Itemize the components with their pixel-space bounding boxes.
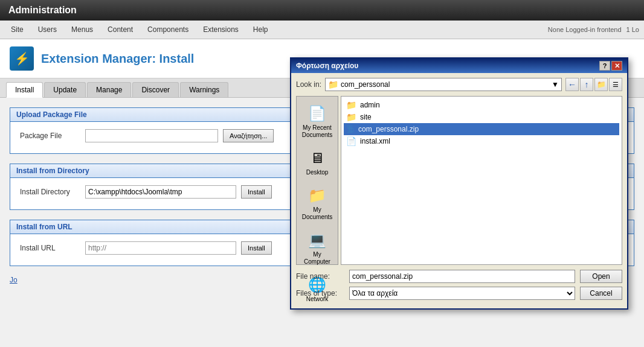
folder-icon-site: 📁 [346,112,356,122]
sidebar-desktop[interactable]: 🖥 Desktop [299,146,335,179]
file-name-xml: instal.xml [360,137,390,145]
browse-button[interactable]: Αναζήτηση... [223,129,274,142]
file-name-label: File name: [296,272,344,281]
my-documents-label: My Documents [301,206,333,221]
dialog-bottom: File name: Open Files of type: Όλα τα αρ… [296,270,622,300]
tab-warnings[interactable]: Warnings [180,82,228,97]
title-bar: Administration [0,0,644,21]
open-button[interactable]: Open [580,270,622,283]
view-menu-icon: ☰ [613,81,619,89]
file-item-admin[interactable]: 📁 admin [344,99,619,111]
nav-up-button[interactable]: ↑ [580,78,593,91]
nav-help[interactable]: Help [247,23,274,36]
package-file-label: Package File [20,132,80,140]
nav-users[interactable]: Users [32,23,63,36]
nav-content[interactable]: Content [101,23,139,36]
url-install-button[interactable]: Install [241,241,272,255]
nav-menus[interactable]: Menus [65,23,99,36]
url-input[interactable] [85,241,236,255]
file-item-zip[interactable]: 🗜 com_perssonal.zip [344,123,619,135]
dialog-sidebar: 📄 My Recent Documents 🖥 Desktop 📁 My Doc… [296,96,338,265]
back-icon: ← [568,80,576,89]
my-computer-label: My Computer [301,251,333,266]
dropdown-arrow-icon: ▼ [552,80,559,89]
directory-install-button[interactable]: Install [241,185,272,199]
dialog-title-bar: Φόρτωση αρχείου ? ✕ [291,59,627,73]
package-file-input[interactable] [85,129,218,142]
zip-icon: 🗜 [346,124,355,134]
file-name-site: site [360,113,372,121]
file-name-input[interactable] [349,270,575,283]
tab-update[interactable]: Update [44,82,86,97]
tab-manage[interactable]: Manage [87,82,131,97]
sidebar-my-documents[interactable]: 📁 My Documents [299,183,335,223]
file-item-xml[interactable]: 📄 instal.xml [344,135,619,147]
page-icon: ⚡ [10,46,34,71]
tab-discover[interactable]: Discover [132,82,179,97]
look-in-row: Look in: 📁 com_perssonal ▼ ← ↑ [296,78,622,91]
xml-icon: 📄 [346,136,356,146]
my-computer-icon: 💻 [308,231,327,250]
nav-site[interactable]: Site [5,23,30,36]
nav-components[interactable]: Components [141,23,195,36]
nav-right: None Logged-in frontend 1 Lo [548,26,639,33]
desktop-icon: 🖥 [308,148,327,168]
sidebar-my-computer[interactable]: 💻 My Computer [299,228,335,268]
dialog-main: 📄 My Recent Documents 🖥 Desktop 📁 My Doc… [296,96,622,265]
main-content: ⚡ Extension Manager: Install Install Upd… [0,39,644,347]
directory-input[interactable] [85,185,236,199]
user-status: None Logged-in frontend [548,26,622,33]
toolbar-icons: ← ↑ 📁 ☰ [565,78,622,91]
user-count: 1 Lo [626,26,639,33]
recent-docs-icon: 📄 [308,104,327,123]
new-folder-button[interactable]: 📁 [594,78,608,91]
folder-icon: 📁 [328,80,338,89]
joomla-link[interactable]: Jo [10,276,18,284]
files-of-type-label: Files of type: [296,289,344,298]
page-title: Extension Manager: Install [41,52,194,66]
nav-extensions[interactable]: Extensions [197,23,245,36]
view-menu-button[interactable]: ☰ [609,78,622,91]
up-icon: ↑ [585,80,589,89]
dialog-body: Look in: 📁 com_perssonal ▼ ← ↑ [291,73,627,308]
recent-docs-label: My Recent Documents [301,124,333,139]
tab-install[interactable]: Install [6,82,43,98]
look-in-select[interactable]: 📁 com_perssonal ▼ [325,78,562,91]
files-of-type-select[interactable]: Όλα τα αρχεία [349,287,575,300]
file-name-zip: com_perssonal.zip [358,125,419,133]
look-in-select-inner: 📁 com_perssonal [328,80,390,89]
file-list-area: 📁 admin 📁 site 🗜 com_perssonal.zip 📄 ins… [341,96,622,265]
file-dialog: Φόρτωση αρχείου ? ✕ Look in: 📁 com_perss… [290,57,628,310]
directory-label: Install Directory [20,188,80,196]
desktop-label: Desktop [306,169,329,176]
cancel-button[interactable]: Cancel [580,287,622,300]
my-documents-icon: 📁 [308,186,327,205]
top-nav: Site Users Menus Content Components Exte… [0,21,644,39]
dialog-title: Φόρτωση αρχείου [296,62,358,70]
url-label: Install URL [20,244,80,252]
new-folder-icon: 📁 [597,80,606,89]
sidebar-recent-docs[interactable]: 📄 My Recent Documents [299,101,335,141]
nav-back-button[interactable]: ← [565,78,579,91]
files-of-type-row: Files of type: Όλα τα αρχεία Cancel [296,287,622,300]
file-name-row: File name: Open [296,270,622,283]
file-item-site[interactable]: 📁 site [344,111,619,123]
folder-icon-admin: 📁 [346,100,356,110]
title-bar-label: Administration [8,5,77,15]
dialog-title-icons: ? ✕ [599,61,622,71]
dialog-close-button[interactable]: ✕ [611,61,622,71]
file-name-admin: admin [360,101,380,109]
look-in-label: Look in: [296,80,321,89]
look-in-value: com_perssonal [341,80,390,89]
dialog-help-button[interactable]: ? [599,61,610,71]
